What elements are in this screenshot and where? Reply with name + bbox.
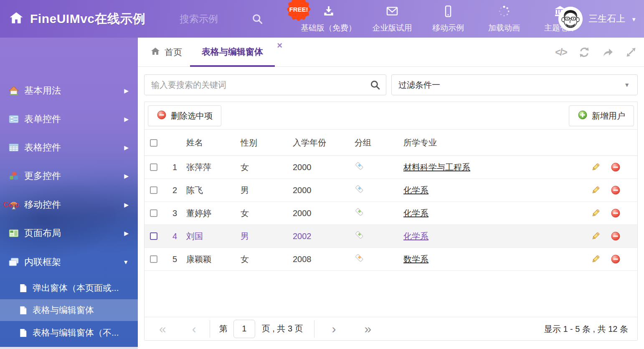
column-year: 入学年份 xyxy=(293,137,355,148)
plus-circle-icon xyxy=(578,110,588,122)
major-link[interactable]: 数学系 xyxy=(403,255,428,264)
cell-year: 2000 xyxy=(293,163,355,172)
select-all-checkbox[interactable] xyxy=(150,139,157,147)
cell-name: 刘国 xyxy=(186,231,241,242)
minus-circle-icon xyxy=(157,110,167,122)
brand[interactable]: FineUIMvc在线示例 xyxy=(9,0,146,38)
row-checkbox[interactable] xyxy=(150,209,157,217)
search-icon[interactable] xyxy=(251,13,263,26)
major-link[interactable]: 化学系 xyxy=(403,186,428,195)
prev-page-button[interactable]: ‹ xyxy=(192,322,196,336)
edit-icon[interactable] xyxy=(591,162,601,172)
row-checkbox[interactable] xyxy=(150,163,157,171)
grid-icon xyxy=(8,142,19,153)
sidebar-subitem-grid-edit-window-2[interactable]: 表格与编辑窗体（不... xyxy=(0,324,138,342)
arrow-right-icon: ▶ xyxy=(124,173,129,179)
delete-icon[interactable] xyxy=(611,231,621,241)
edit-icon[interactable] xyxy=(591,254,601,264)
arrow-right-icon: ▶ xyxy=(124,144,129,151)
spinner-icon xyxy=(497,5,511,20)
row-checkbox[interactable] xyxy=(150,232,157,240)
edit-icon[interactable] xyxy=(591,231,601,241)
major-link[interactable]: 化学系 xyxy=(403,232,428,241)
nav-loading-anim[interactable]: 加载动画 xyxy=(484,5,524,33)
tab-home[interactable]: 首页 xyxy=(150,38,182,67)
page-number-input[interactable] xyxy=(233,320,255,338)
edit-icon[interactable] xyxy=(591,208,601,218)
cell-year: 2000 xyxy=(293,209,355,218)
view-source-icon[interactable]: </> xyxy=(554,45,568,59)
arrow-right-icon: ▶ xyxy=(124,87,129,94)
antenna-icon xyxy=(8,199,19,210)
tag-icon xyxy=(355,184,364,196)
search-icon[interactable] xyxy=(364,75,386,95)
file-icon xyxy=(18,306,28,315)
last-page-button[interactable]: » xyxy=(365,322,372,336)
table-header: 姓名 性别 入学年份 分组 所学专业 xyxy=(145,130,637,156)
cell-year: 2008 xyxy=(293,255,355,264)
refresh-icon[interactable] xyxy=(577,45,591,59)
major-link[interactable]: 材料科学与工程系 xyxy=(403,163,470,172)
close-icon[interactable]: × xyxy=(277,40,282,51)
filter-dropdown-value: 过滤条件一 xyxy=(398,79,440,91)
sidebar-item-grid-controls[interactable]: 表格控件 ▶ xyxy=(0,138,138,157)
cell-year: 2000 xyxy=(293,186,355,195)
delete-icon[interactable] xyxy=(611,208,621,218)
expand-icon[interactable] xyxy=(624,45,638,59)
first-page-button[interactable]: « xyxy=(159,322,166,336)
table-row-selected[interactable]: 4 刘国 男 2002 化学系 xyxy=(145,225,637,248)
row-number: 5 xyxy=(163,255,186,264)
major-link[interactable]: 化学系 xyxy=(403,209,428,218)
sidebar-item-basic-usage[interactable]: 基本用法 ▶ xyxy=(0,82,138,100)
header-search[interactable]: 搜索示例 xyxy=(180,0,267,38)
next-page-button[interactable]: › xyxy=(332,322,336,336)
envelope-icon xyxy=(385,5,399,20)
user-menu[interactable]: 三生石上 ▼ xyxy=(558,0,636,38)
cell-name: 张萍萍 xyxy=(186,162,241,173)
record-summary: 显示 1 - 5 条 , 共 12 条 xyxy=(544,317,628,341)
table-row[interactable]: 2 陈飞 男 2000 化学系 xyxy=(145,179,637,202)
free-badge: FREE! xyxy=(286,0,312,20)
sidebar-item-page-layout[interactable]: 页面布局 ▶ xyxy=(0,224,138,242)
nav-enterprise-trial[interactable]: 企业版试用 xyxy=(372,5,412,33)
row-checkbox[interactable] xyxy=(150,255,157,263)
tab-grid-edit-window[interactable]: 表格与编辑窗体 × xyxy=(190,38,275,67)
sidebar-item-mobile-controls[interactable]: 移动控件 Corp. ▶ xyxy=(0,196,138,214)
user-name: 三生石上 xyxy=(588,13,625,25)
sidebar-item-more-controls[interactable]: 更多控件 ▶ xyxy=(0,167,138,185)
active-tab-underline xyxy=(190,65,275,67)
avatar[interactable] xyxy=(558,7,583,31)
row-checkbox[interactable] xyxy=(150,186,157,194)
tab-bar: 首页 表格与编辑窗体 × </> xyxy=(138,38,644,67)
edit-icon[interactable] xyxy=(591,185,601,195)
filter-dropdown[interactable]: 过滤条件一 ▼ xyxy=(391,74,638,95)
arrow-down-icon: ▼ xyxy=(123,259,129,265)
add-user-button[interactable]: 新增用户 xyxy=(569,105,634,126)
delete-icon[interactable] xyxy=(611,254,621,264)
grid-panel: 删除选中项 新增用户 姓名 性别 入学年份 分组 所学专业 xyxy=(144,102,638,341)
row-number: 2 xyxy=(163,186,186,195)
cell-gender: 女 xyxy=(241,208,293,219)
sidebar-item-form-controls[interactable]: 表单控件 ▶ xyxy=(0,110,138,128)
keyword-search-input[interactable] xyxy=(151,80,364,90)
delete-selected-button[interactable]: 删除选中项 xyxy=(148,105,221,126)
main-content: 首页 表格与编辑窗体 × </> xyxy=(138,38,644,349)
file-icon xyxy=(18,328,28,338)
table-row[interactable]: 1 张萍萍 女 2000 材料科学与工程系 xyxy=(145,156,637,179)
sidebar-subitem-grid-edit-window[interactable]: 表格与编辑窗体 xyxy=(0,301,138,319)
form-icon xyxy=(8,114,19,125)
column-gender: 性别 xyxy=(241,137,293,148)
sidebar-item-iframe[interactable]: 内联框架 ▼ xyxy=(0,253,138,271)
share-icon[interactable] xyxy=(601,45,615,59)
sidebar-subitem-popup-window[interactable]: 弹出窗体（本页面或... xyxy=(0,279,138,297)
cell-gender: 女 xyxy=(241,254,293,265)
delete-icon[interactable] xyxy=(611,162,621,172)
nav-mobile-demo[interactable]: 移动示例 xyxy=(428,5,468,33)
tag-icon xyxy=(355,230,364,242)
table-row[interactable]: 3 董婷婷 女 2000 化学系 xyxy=(145,202,637,225)
cell-name: 康颖颖 xyxy=(186,254,241,265)
cell-name: 董婷婷 xyxy=(186,208,241,219)
cell-gender: 男 xyxy=(241,231,293,242)
table-row[interactable]: 5 康颖颖 女 2008 数学系 xyxy=(145,248,637,271)
delete-icon[interactable] xyxy=(611,185,621,195)
